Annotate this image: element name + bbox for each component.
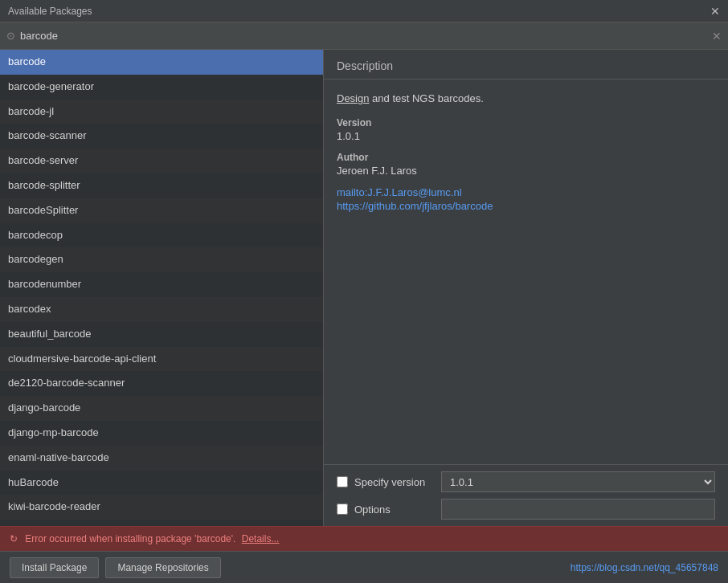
- package-item[interactable]: beautiful_barcode: [0, 322, 323, 347]
- package-item[interactable]: barcode: [0, 50, 323, 75]
- package-item[interactable]: barcode-generator: [0, 75, 323, 100]
- package-item[interactable]: barcode-server: [0, 149, 323, 173]
- options-input[interactable]: [441, 499, 715, 520]
- package-item[interactable]: barcode-splitter: [0, 173, 323, 198]
- version-value: 1.0.1: [337, 130, 715, 142]
- package-item[interactable]: de2120-barcode-scanner: [0, 371, 323, 396]
- package-item[interactable]: barcodegen: [0, 247, 323, 272]
- github-link[interactable]: https://github.com/jfjlaros/barcode: [337, 200, 715, 212]
- install-package-button[interactable]: Install Package: [10, 557, 99, 578]
- manage-repositories-button[interactable]: Manage Repositories: [105, 557, 220, 578]
- error-bar: ↻ Error occurred when installing package…: [0, 526, 728, 551]
- bottom-buttons: Install Package Manage Repositories: [10, 557, 221, 578]
- search-bar: ⊙ ✕: [0, 22, 728, 50]
- version-select[interactable]: 1.0.10.9.00.8.0: [441, 471, 715, 492]
- options-label: Options: [354, 503, 435, 516]
- package-item[interactable]: barcodenumber: [0, 272, 323, 297]
- options-checkbox[interactable]: [337, 503, 348, 515]
- package-item[interactable]: kw-barcode-reader: [0, 520, 323, 526]
- package-item[interactable]: barcode-jl: [0, 100, 323, 124]
- specify-version-checkbox[interactable]: [337, 476, 348, 487]
- author-label: Author: [337, 152, 715, 163]
- package-item[interactable]: cloudmersive-barcode-api-client: [0, 347, 323, 372]
- email-link[interactable]: mailto:J.F.J.Laros@lumc.nl: [337, 186, 715, 198]
- title-bar: Available Packages ✕: [0, 0, 728, 22]
- description-text: and test NGS barcodes.: [369, 92, 483, 104]
- detail-description: Design and test NGS barcodes.: [337, 92, 715, 104]
- options-row: Options: [337, 499, 715, 520]
- refresh-icon[interactable]: ↻: [10, 533, 18, 544]
- package-item[interactable]: enaml-native-barcode: [0, 446, 323, 471]
- detail-footer: Specify version 1.0.10.9.00.8.0 Options: [324, 464, 728, 526]
- search-input[interactable]: [20, 30, 707, 42]
- detail-body: Design and test NGS barcodes. Version 1.…: [324, 80, 728, 464]
- package-item[interactable]: barcodeSplitter: [0, 198, 323, 223]
- error-details-link[interactable]: Details...: [242, 533, 280, 544]
- package-list: barcodebarcode-generatorbarcode-jlbarcod…: [0, 50, 324, 526]
- search-icon: ⊙: [6, 30, 15, 42]
- package-item[interactable]: django-mp-barcode: [0, 421, 323, 446]
- close-icon[interactable]: ✕: [710, 6, 720, 17]
- clear-search-icon[interactable]: ✕: [712, 30, 722, 43]
- detail-panel: Description Design and test NGS barcodes…: [324, 50, 728, 526]
- window-title: Available Packages: [8, 6, 92, 17]
- bottom-url-link[interactable]: https://blog.csdn.net/qq_45657848: [571, 562, 718, 573]
- package-item[interactable]: barcodex: [0, 297, 323, 322]
- author-value: Jeroen F.J. Laros: [337, 165, 715, 177]
- specify-version-row: Specify version 1.0.10.9.00.8.0: [337, 471, 715, 492]
- package-item[interactable]: kiwi-barcode-reader: [0, 495, 323, 520]
- description-highlight: Design: [337, 92, 369, 104]
- package-item[interactable]: barcode-scanner: [0, 124, 323, 149]
- available-packages-window: Available Packages ✕ ⊙ ✕ barcodebarcode-…: [0, 0, 728, 583]
- bottom-bar: Install Package Manage Repositories http…: [0, 551, 728, 583]
- version-label: Version: [337, 117, 715, 128]
- package-item[interactable]: barcodecop: [0, 223, 323, 248]
- package-item[interactable]: django-barcode: [0, 396, 323, 421]
- error-message: Error occurred when installing package '…: [25, 533, 235, 544]
- main-content: barcodebarcode-generatorbarcode-jlbarcod…: [0, 50, 728, 526]
- specify-version-label: Specify version: [354, 476, 435, 488]
- detail-header: Description: [324, 50, 728, 80]
- package-item[interactable]: huBarcode: [0, 471, 323, 495]
